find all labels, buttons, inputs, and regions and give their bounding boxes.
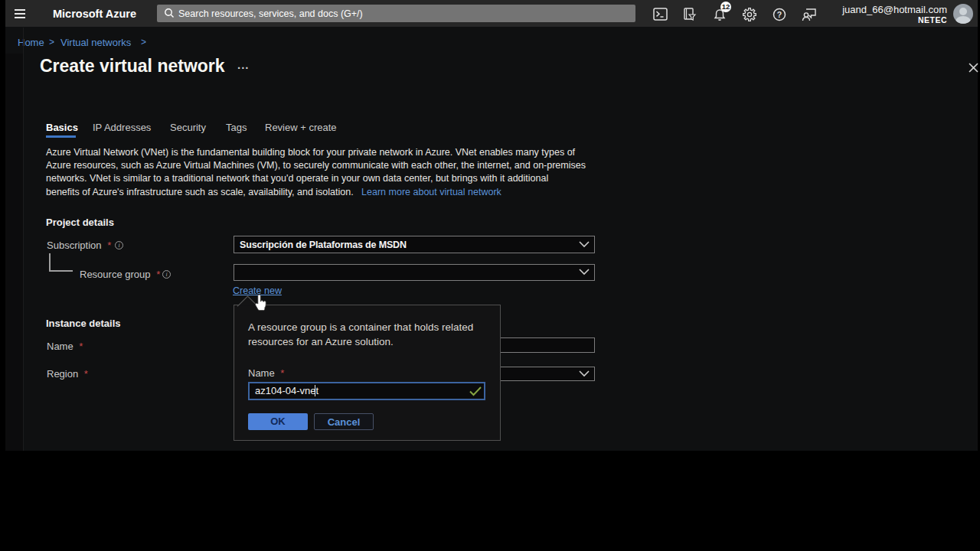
svg-text:?: ? — [777, 10, 782, 19]
